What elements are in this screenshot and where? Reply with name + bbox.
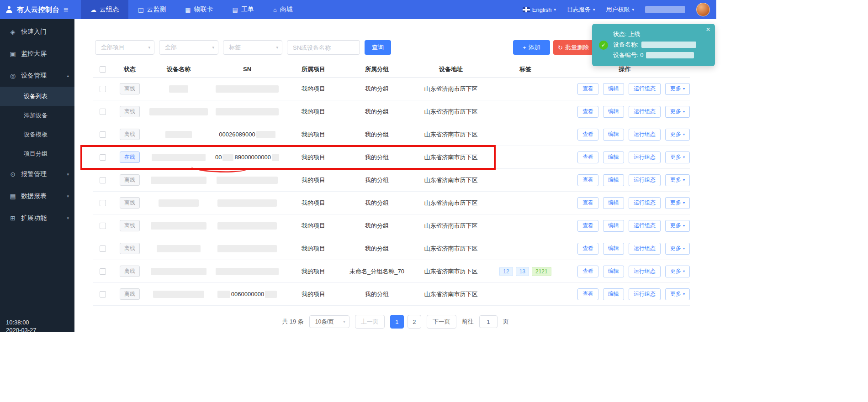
run-scada-button[interactable]: 运行组态 <box>629 83 661 95</box>
goto-page-input[interactable] <box>479 315 498 328</box>
flag-icon <box>523 7 530 12</box>
edit-button[interactable]: 编辑 <box>603 83 624 95</box>
row-checkbox[interactable] <box>100 245 106 252</box>
sidebar-item-报警管理[interactable]: ⊙报警管理▾ <box>0 163 74 185</box>
row-checkbox[interactable] <box>100 131 106 138</box>
prev-page-button[interactable]: 上一页 <box>355 315 385 329</box>
next-page-button[interactable]: 下一页 <box>427 315 456 329</box>
run-scada-button[interactable]: 运行组态 <box>629 266 661 277</box>
run-scada-button[interactable]: 运行组态 <box>629 174 661 186</box>
add-button[interactable]: + 添加 <box>513 40 550 55</box>
logo[interactable]: 有人云控制台 ≡ <box>0 5 74 15</box>
page-button-2[interactable]: 2 <box>408 315 421 329</box>
more-button[interactable]: 更多 ▾ <box>665 243 690 255</box>
toast-close-icon[interactable]: × <box>706 25 710 34</box>
sidebar-item-监控大屏[interactable]: ▣监控大屏 <box>0 43 74 65</box>
row-checkbox[interactable] <box>100 154 106 161</box>
tab-物联卡[interactable]: ▦物联卡 <box>175 0 222 19</box>
view-button[interactable]: 查看 <box>577 106 598 118</box>
topbar-menu-English[interactable]: English▾ <box>523 6 556 13</box>
sidebar-item-扩展功能[interactable]: ⊞扩展功能▾ <box>0 207 74 229</box>
view-button[interactable]: 查看 <box>577 220 598 232</box>
more-button[interactable]: 更多 ▾ <box>665 151 690 163</box>
view-button[interactable]: 查看 <box>577 266 598 277</box>
row-checkbox[interactable] <box>100 177 106 183</box>
more-button[interactable]: 更多 ▾ <box>665 197 690 209</box>
tag-select[interactable]: 标签 ▾ <box>223 40 282 55</box>
scope-select[interactable]: 全部 ▾ <box>159 40 218 55</box>
view-button[interactable]: 查看 <box>577 129 598 141</box>
page-button-1[interactable]: 1 <box>390 315 404 329</box>
sidebar-subitem-设备模板[interactable]: 设备模板 <box>0 125 74 144</box>
edit-button[interactable]: 编辑 <box>603 266 624 277</box>
table-row: 离线我的项目我的分组山东省济南市历下区查看编辑运行组态更多 ▾ <box>93 192 690 214</box>
view-button[interactable]: 查看 <box>577 243 598 255</box>
search-input[interactable] <box>287 40 360 55</box>
edit-button[interactable]: 编辑 <box>603 288 624 300</box>
select-all-checkbox[interactable] <box>100 66 106 73</box>
usr-logo-icon <box>5 5 14 14</box>
sidebar-item-数据报表[interactable]: ▤数据报表▾ <box>0 185 74 207</box>
run-scada-button[interactable]: 运行组态 <box>629 220 661 232</box>
tab-云组态[interactable]: ☁云组态 <box>81 0 128 19</box>
more-button[interactable]: 更多 ▾ <box>665 288 690 300</box>
edit-button[interactable]: 编辑 <box>603 243 624 255</box>
batch-delete-button[interactable]: ↻ 批量删除 <box>553 40 593 55</box>
tab-商城[interactable]: ⌂商城 <box>264 0 302 19</box>
more-button[interactable]: 更多 ▾ <box>665 129 690 141</box>
run-scada-button[interactable]: 运行组态 <box>629 243 661 255</box>
sidebar-subitem-项目分组[interactable]: 项目分组 <box>0 144 74 163</box>
sidebar-item-快速入门[interactable]: ◈快速入门 <box>0 21 74 43</box>
project-select[interactable]: 全部项目 ▾ <box>95 40 154 55</box>
more-button[interactable]: 更多 ▾ <box>665 106 690 118</box>
topbar-menu-日志服务[interactable]: 日志服务▾ <box>567 5 595 14</box>
edit-button[interactable]: 编辑 <box>603 151 624 163</box>
row-checkbox[interactable] <box>100 268 106 275</box>
view-button[interactable]: 查看 <box>577 174 598 186</box>
row-checkbox[interactable] <box>100 109 106 115</box>
row-checkbox[interactable] <box>100 86 106 92</box>
edit-button[interactable]: 编辑 <box>603 220 624 232</box>
view-button[interactable]: 查看 <box>577 83 598 95</box>
view-button[interactable]: 查看 <box>577 151 598 163</box>
redacted-device-name <box>165 131 192 138</box>
tab-工单[interactable]: ▤工单 <box>223 0 264 19</box>
plus-icon: + <box>523 44 526 51</box>
row-checkbox[interactable] <box>100 200 106 206</box>
edit-button[interactable]: 编辑 <box>603 106 624 118</box>
chevron-down-icon: ▾ <box>67 172 69 177</box>
more-button[interactable]: 更多 ▾ <box>665 220 690 232</box>
run-scada-button[interactable]: 运行组态 <box>629 197 661 209</box>
run-scada-button[interactable]: 运行组态 <box>629 106 661 118</box>
sidebar-subitem-添加设备[interactable]: 添加设备 <box>0 106 74 125</box>
redacted-sn <box>217 291 230 298</box>
menu-toggle-icon[interactable]: ≡ <box>64 5 69 15</box>
topbar-right: English▾日志服务▾用户权限▾ <box>523 3 716 16</box>
redacted-device-name <box>641 42 696 48</box>
page-size-select[interactable]: 10条/页 ▾ <box>309 315 349 328</box>
run-scada-button[interactable]: 运行组态 <box>629 151 661 163</box>
chevron-up-icon: ▴ <box>67 73 69 78</box>
tab-云监测[interactable]: ◫云监测 <box>128 0 175 19</box>
view-button[interactable]: 查看 <box>577 197 598 209</box>
query-button[interactable]: 查询 <box>365 40 391 55</box>
run-scada-button[interactable]: 运行组态 <box>629 129 661 141</box>
sidebar-item-设备管理[interactable]: ◎设备管理▴ <box>0 65 74 87</box>
more-button[interactable]: 更多 ▾ <box>665 174 690 186</box>
row-checkbox[interactable] <box>100 291 106 298</box>
group-cell: 我的分组 <box>343 108 411 116</box>
sidebar-subitem-设备列表[interactable]: 设备列表 <box>0 87 74 106</box>
edit-button[interactable]: 编辑 <box>603 174 624 186</box>
more-button[interactable]: 更多 ▾ <box>665 83 690 95</box>
run-scada-button[interactable]: 运行组态 <box>629 288 661 300</box>
edit-button[interactable]: 编辑 <box>603 129 624 141</box>
chevron-down-icon: ▾ <box>683 269 685 273</box>
avatar[interactable] <box>696 3 710 16</box>
table-row: 在线0089000000000我的项目我的分组山东省济南市历下区查看编辑运行组态… <box>93 146 690 169</box>
edit-button[interactable]: 编辑 <box>603 197 624 209</box>
topbar-menu-用户权限[interactable]: 用户权限▾ <box>606 5 634 14</box>
sidebar-item-label: 监控大屏 <box>21 50 47 58</box>
row-checkbox[interactable] <box>100 223 106 229</box>
more-button[interactable]: 更多 ▾ <box>665 266 690 277</box>
view-button[interactable]: 查看 <box>577 288 598 300</box>
